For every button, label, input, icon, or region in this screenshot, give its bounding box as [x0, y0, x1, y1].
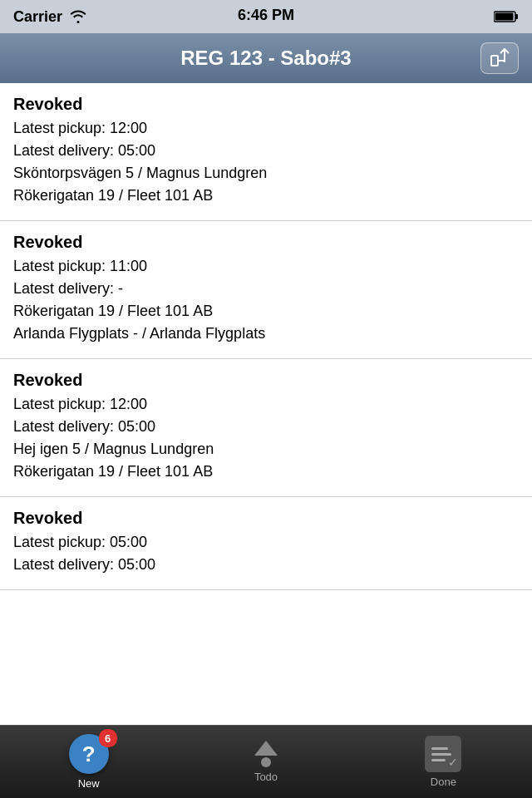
- list-item[interactable]: Revoked Latest pickup: 12:00 Latest deli…: [0, 83, 532, 221]
- item-delivery: Latest delivery: -: [13, 278, 519, 300]
- status-bar: Carrier 6:46 PM: [0, 0, 532, 33]
- item-pickup: Latest pickup: 12:00: [13, 117, 519, 140]
- svg-rect-3: [491, 56, 498, 66]
- wifi-icon: [69, 10, 87, 23]
- tab-new-icon-wrap: ? 6: [69, 734, 109, 774]
- arrow-circle-icon: [261, 757, 271, 767]
- item-pickup: Latest pickup: 12:00: [13, 393, 519, 416]
- item-delivery: Latest delivery: 05:00: [13, 554, 519, 576]
- done-line-3: [431, 759, 446, 761]
- tab-todo-label: Todo: [254, 771, 278, 783]
- content-list: Revoked Latest pickup: 12:00 Latest deli…: [0, 83, 532, 725]
- tab-todo[interactable]: Todo: [177, 726, 354, 798]
- status-bar-time: 6:46 PM: [238, 7, 294, 24]
- carrier-label: Carrier: [13, 8, 62, 26]
- share-button[interactable]: [480, 42, 519, 74]
- share-icon: [489, 47, 510, 69]
- item-delivery: Latest delivery: 05:00: [13, 416, 519, 438]
- item-status: Revoked: [13, 509, 519, 528]
- item-status: Revoked: [13, 233, 519, 252]
- tab-todo-icon-wrap: [254, 741, 278, 767]
- tab-done[interactable]: ✓ Done: [355, 726, 532, 798]
- nav-title: REG 123 - Sabo#3: [52, 47, 480, 70]
- item-pickup: Latest pickup: 11:00: [13, 255, 519, 278]
- tab-new-label: New: [78, 777, 100, 790]
- done-icon: ✓: [425, 736, 461, 772]
- item-status: Revoked: [13, 95, 519, 114]
- status-bar-right: [494, 10, 519, 23]
- item-pickup: Latest pickup: 05:00: [13, 531, 519, 554]
- svg-rect-1: [515, 14, 518, 19]
- list-item[interactable]: Revoked Latest pickup: 05:00 Latest deli…: [0, 497, 532, 590]
- arrow-up-icon: [254, 741, 278, 756]
- nav-bar: REG 123 - Sabo#3: [0, 33, 532, 83]
- list-item[interactable]: Revoked Latest pickup: 12:00 Latest deli…: [0, 359, 532, 497]
- status-bar-left: Carrier: [13, 8, 87, 26]
- battery-icon: [494, 10, 519, 23]
- item-from: Rökerigatan 19 / Fleet 101 AB: [13, 300, 519, 323]
- new-badge: 6: [99, 729, 117, 747]
- tab-new[interactable]: ? 6 New: [0, 726, 177, 798]
- item-from: Hej igen 5 / Magnus Lundgren: [13, 438, 519, 461]
- tab-done-icon-wrap: ✓: [425, 736, 461, 772]
- question-mark-icon: ?: [82, 743, 96, 765]
- item-to: Rökerigatan 19 / Fleet 101 AB: [13, 185, 519, 207]
- list-item[interactable]: Revoked Latest pickup: 11:00 Latest deli…: [0, 221, 532, 359]
- item-delivery: Latest delivery: 05:00: [13, 140, 519, 162]
- checkmark-icon: ✓: [448, 756, 458, 769]
- item-to: Rökerigatan 19 / Fleet 101 AB: [13, 461, 519, 483]
- svg-rect-2: [495, 13, 514, 21]
- item-to: Arlanda Flygplats - / Arlanda Flygplats: [13, 323, 519, 345]
- tab-done-label: Done: [431, 776, 456, 788]
- done-line-1: [431, 747, 448, 750]
- tab-bar: ? 6 New Todo ✓ Done: [0, 725, 532, 798]
- item-from: Sköntorpsvägen 5 / Magnus Lundgren: [13, 162, 519, 185]
- todo-icon: [254, 741, 278, 767]
- item-status: Revoked: [13, 371, 519, 390]
